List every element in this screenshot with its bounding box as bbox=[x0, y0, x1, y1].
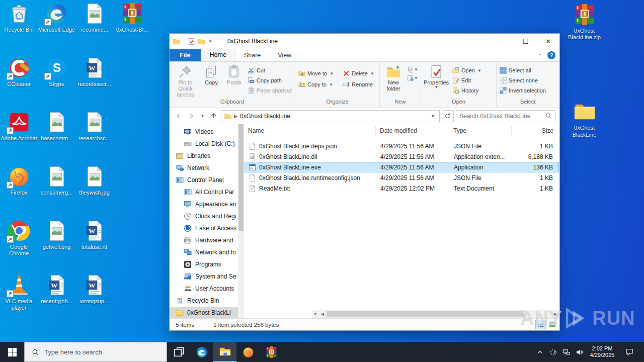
breadcrumb[interactable]: 0xGhost BlackLine bbox=[240, 113, 290, 120]
desktop-icon-recomme[interactable]: recomme... bbox=[75, 2, 113, 56]
desktop-icon-adobe-acrobat[interactable]: Adobe Acrobat bbox=[0, 111, 38, 165]
scroll-left-icon[interactable]: ◄ bbox=[318, 310, 327, 318]
table-row-0xghost-blackline-deps-json[interactable]: 0xGhost BlackLine.deps.json4/29/2025 11:… bbox=[245, 141, 559, 151]
desktop-icon-getwell-png[interactable]: getwell.png bbox=[38, 219, 75, 274]
sidebar-item-videos[interactable]: Videos bbox=[170, 126, 238, 138]
copy-to-button[interactable]: Copy to▼ bbox=[296, 79, 338, 89]
desktop-icon-totaluse-rtf[interactable]: Wtotaluse.rtf bbox=[75, 219, 113, 274]
sidebar-item-ease-of-access[interactable]: Ease of Access bbox=[170, 222, 238, 234]
desktop-icon-microsoft-edge[interactable]: Microsoft Edge bbox=[38, 2, 75, 56]
desktop-icon-consumerg[interactable]: consumerg... bbox=[38, 165, 75, 219]
sidebar-item-libraries[interactable]: Libraries bbox=[170, 150, 238, 162]
taskbar-file-explorer-button[interactable] bbox=[213, 342, 236, 362]
address-dropdown-chevron-icon[interactable]: ▼ bbox=[428, 114, 438, 119]
address-field[interactable]: ▶ 0xGhost BlackLine ▼ bbox=[221, 110, 440, 122]
taskbar-winrar-button[interactable] bbox=[260, 342, 283, 362]
easy-access-button[interactable]: ▼ bbox=[407, 75, 418, 81]
network-icon[interactable] bbox=[559, 348, 573, 356]
desktop-icon-theywish-jpg[interactable]: theywish.jpg bbox=[75, 165, 113, 219]
table-row-readme-txt[interactable]: ReadMe.txt4/29/2025 12:02 PMText Documen… bbox=[245, 183, 559, 194]
volume-icon[interactable] bbox=[573, 348, 586, 356]
qat-customize-chevron-icon[interactable]: ▼ bbox=[208, 39, 212, 44]
desktop-icon-recentlyjoh[interactable]: Wrecentlyjoh... bbox=[38, 274, 75, 328]
nav-scrollbar[interactable] bbox=[238, 124, 244, 318]
sidebar-item-appearance-an[interactable]: Appearance an bbox=[170, 198, 238, 210]
sidebar-item-programs[interactable]: Programs bbox=[170, 258, 238, 270]
sidebar-item-control-panel[interactable]: Control Panel bbox=[170, 174, 238, 186]
tray-app-icon[interactable] bbox=[546, 348, 559, 356]
new-folder-button[interactable]: New folder bbox=[381, 63, 406, 92]
desktop-icon-vlc-media-player[interactable]: VLC media player bbox=[0, 274, 38, 328]
table-row-0xghost-blackline-exe[interactable]: 0xGhost BlackLine.exe4/29/2025 11:56 AMA… bbox=[245, 162, 559, 172]
column-header-type[interactable]: Type bbox=[449, 126, 512, 135]
desktop-icon-0xghost-bl[interactable]: 0xGhost-Bl... bbox=[113, 2, 151, 56]
nav-scroll-down-icon[interactable]: ▼ bbox=[312, 310, 318, 318]
select-all-button[interactable]: Select all bbox=[498, 65, 548, 75]
up-button[interactable] bbox=[208, 111, 219, 122]
help-icon[interactable]: ? bbox=[547, 51, 555, 59]
scroll-right-icon[interactable]: ► bbox=[551, 310, 559, 318]
sidebar-item-local-disk-c[interactable]: Local Disk (C:) bbox=[170, 138, 238, 150]
taskbar-clock[interactable]: 2:02 PM 4/29/2025 bbox=[586, 345, 619, 358]
table-row-0xghost-blackline-runtimeconfig-json[interactable]: 0xGhost BlackLine.runtimeconfig.json4/29… bbox=[245, 172, 559, 183]
start-button[interactable] bbox=[0, 342, 24, 362]
desktop-icon-recycle-bin[interactable]: Recycle Bin bbox=[0, 2, 38, 56]
details-view-button[interactable] bbox=[535, 320, 546, 329]
refresh-button[interactable] bbox=[442, 110, 454, 122]
search-box[interactable] bbox=[456, 110, 555, 122]
tray-chevron-up-icon[interactable] bbox=[533, 348, 546, 356]
open-button[interactable]: Open▼ bbox=[450, 65, 484, 75]
table-row-0xghost-blackline-dll[interactable]: 0xGhost BlackLine.dll4/29/2025 11:56 AMA… bbox=[245, 151, 559, 162]
copy-path-button[interactable]: Copy path bbox=[246, 75, 294, 85]
back-button[interactable] bbox=[173, 111, 184, 122]
select-none-button[interactable]: Select none bbox=[498, 75, 548, 85]
paste-button[interactable]: Paste bbox=[223, 63, 246, 85]
tab-file[interactable]: File bbox=[170, 49, 201, 61]
desktop-icon-firefox[interactable]: Firefox bbox=[0, 165, 38, 219]
edit-button[interactable]: Edit bbox=[450, 75, 484, 85]
desktop-icon-0xghost-blackline-zip[interactable]: 0xGhost BlackLine.zip bbox=[566, 3, 603, 41]
rename-button[interactable]: Rename bbox=[341, 79, 378, 89]
horizontal-scrollbar[interactable]: ◄ ► bbox=[318, 310, 559, 318]
desktop-icon-researchsc[interactable]: researchsc... bbox=[75, 111, 113, 165]
horizontal-scrollbar-thumb[interactable] bbox=[327, 311, 524, 317]
qat-properties-icon[interactable] bbox=[188, 38, 195, 45]
qat-new-folder-icon[interactable] bbox=[198, 38, 205, 45]
sidebar-item-user-accounts[interactable]: User Accounts bbox=[170, 283, 238, 295]
desktop-icon-skype[interactable]: SSkype bbox=[38, 56, 75, 111]
tab-home[interactable]: Home bbox=[201, 49, 235, 61]
forward-button[interactable] bbox=[186, 111, 197, 122]
pin-to-quick-access-button[interactable]: Pin to Quick access bbox=[171, 63, 200, 98]
tab-share[interactable]: Share bbox=[235, 50, 269, 61]
history-button[interactable]: History bbox=[450, 85, 484, 96]
column-header-name[interactable]: ⌃Name bbox=[244, 126, 376, 135]
taskbar-firefox-button[interactable] bbox=[236, 342, 260, 362]
minimize-button[interactable]: – bbox=[492, 34, 514, 49]
thumbnails-view-button[interactable] bbox=[547, 320, 557, 329]
sidebar-item-hardware-and[interactable]: Hardware and bbox=[170, 234, 238, 246]
close-button[interactable]: ✕ bbox=[537, 34, 559, 49]
new-item-button[interactable]: ▼ bbox=[407, 66, 418, 73]
paste-shortcut-button[interactable]: Paste shortcut bbox=[246, 85, 294, 96]
invert-selection-button[interactable]: Invert selection bbox=[498, 85, 548, 96]
search-input[interactable] bbox=[459, 113, 545, 120]
collapse-ribbon-icon[interactable]: ⌃ bbox=[538, 53, 542, 58]
cut-button[interactable]: Cut bbox=[246, 65, 294, 75]
maximize-button[interactable]: ☐ bbox=[514, 34, 537, 49]
sidebar-item-recycle-bin[interactable]: Recycle Bin bbox=[170, 295, 238, 307]
desktop-icon-basecomm[interactable]: basecomm... bbox=[38, 111, 75, 165]
desktop-icon-google-chrome[interactable]: Google Chrome bbox=[0, 219, 38, 274]
task-view-button[interactable] bbox=[167, 342, 190, 362]
desktop-icon-wrongsup[interactable]: Wwrongsup... bbox=[75, 274, 113, 328]
sidebar-item-system-and-se[interactable]: System and Se bbox=[170, 270, 238, 283]
desktop-icon-recordssecr[interactable]: Wrecordssecr... bbox=[75, 56, 113, 111]
recent-locations-chevron-icon[interactable]: ▼ bbox=[199, 111, 206, 122]
action-center-icon[interactable] bbox=[619, 348, 640, 356]
taskbar-edge-button[interactable] bbox=[190, 342, 213, 362]
sidebar-item-network[interactable]: Network bbox=[170, 162, 238, 174]
sidebar-item-all-control-par[interactable]: All Control Par bbox=[170, 186, 238, 198]
column-header-date-modified[interactable]: Date modified bbox=[376, 126, 449, 135]
sidebar-item-0xghost-blackli[interactable]: 0xGhost BlackLi bbox=[170, 307, 238, 318]
copy-button[interactable]: Copy bbox=[200, 63, 223, 85]
sidebar-item-network-and-in[interactable]: Network and In bbox=[170, 246, 238, 258]
